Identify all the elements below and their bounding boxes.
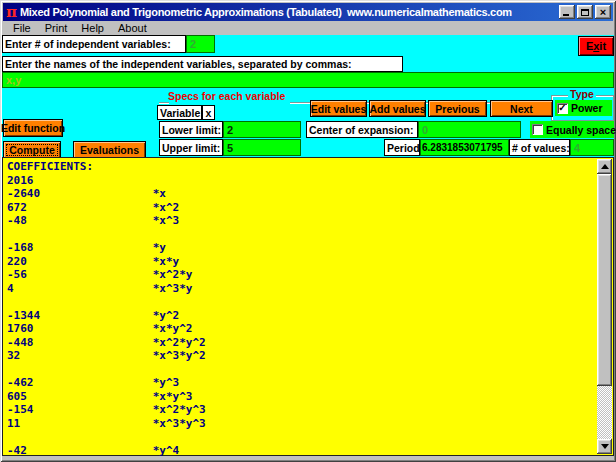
scrollbar-thumb[interactable] bbox=[597, 174, 612, 386]
specs-frame-caption: Specs for each variable bbox=[166, 90, 287, 102]
equally-spaced-label: Equally spaced bbox=[546, 124, 616, 136]
lower-limit-label: Lower limit: bbox=[159, 121, 223, 138]
variable-label: Variable: bbox=[157, 105, 202, 120]
add-values-button[interactable]: Add values bbox=[369, 100, 426, 117]
menu-bar: File Print Help About bbox=[2, 21, 614, 35]
center-of-expansion-input[interactable]: 0 bbox=[418, 121, 521, 138]
power-checkbox-label: Power bbox=[571, 102, 603, 114]
num-values-label: # of values: bbox=[509, 139, 570, 156]
upper-limit-input[interactable]: 5 bbox=[223, 139, 301, 156]
pi-app-icon: π bbox=[6, 5, 17, 20]
edit-function-button[interactable]: Edit function bbox=[3, 119, 63, 137]
center-of-expansion-label: Center of expansion: bbox=[306, 121, 418, 138]
next-button[interactable]: Next bbox=[490, 100, 553, 117]
exit-label-part: E bbox=[586, 40, 593, 52]
coefficients-output-area[interactable]: COEFFICIENTS: 2016 -2640 *x 672 *x^2 -48… bbox=[2, 157, 614, 456]
period-input[interactable]: 6.2831853071795 bbox=[420, 139, 509, 156]
lower-limit-input[interactable]: 2 bbox=[223, 121, 301, 138]
power-checkbox[interactable]: ✓ bbox=[557, 103, 568, 114]
minimize-button[interactable] bbox=[559, 5, 575, 19]
num-values-input[interactable]: 4 bbox=[570, 139, 614, 156]
title-bar[interactable]: π Mixed Polynomial and Trigonometric App… bbox=[3, 3, 613, 21]
num-vars-input[interactable]: 2 bbox=[186, 35, 215, 53]
menu-help[interactable]: Help bbox=[74, 22, 111, 34]
arrow-down-icon bbox=[601, 444, 609, 449]
var-names-label: Enter the names of the independent varia… bbox=[2, 56, 403, 72]
minimize-icon bbox=[563, 14, 569, 16]
specs-frame-line bbox=[159, 102, 169, 103]
vertical-scrollbar[interactable] bbox=[597, 159, 612, 454]
edit-values-button[interactable]: Edit values bbox=[310, 100, 367, 117]
exit-label-part: it bbox=[599, 40, 606, 52]
app-window: π Mixed Polynomial and Trigonometric App… bbox=[0, 0, 616, 462]
menu-print[interactable]: Print bbox=[38, 22, 75, 34]
close-icon: × bbox=[600, 7, 606, 17]
window-title: Mixed Polynomial and Trigonometric Appro… bbox=[20, 6, 557, 18]
upper-limit-label: Upper limit: bbox=[159, 139, 223, 156]
menu-file[interactable]: File bbox=[6, 22, 38, 34]
maximize-button[interactable] bbox=[577, 5, 593, 19]
close-button[interactable]: × bbox=[595, 5, 611, 19]
exit-button[interactable]: Exit bbox=[578, 36, 614, 56]
equally-spaced-checkbox-group[interactable]: Equally spaced bbox=[530, 121, 614, 138]
maximize-icon bbox=[581, 9, 589, 16]
var-names-input[interactable]: x,y bbox=[2, 72, 614, 88]
scrollbar-track[interactable] bbox=[597, 174, 612, 439]
arrow-up-icon bbox=[601, 164, 609, 169]
coefficients-text: COEFFICIENTS: 2016 -2640 *x 672 *x^2 -48… bbox=[7, 160, 206, 457]
power-checkbox-group[interactable]: ✓ Power bbox=[555, 100, 612, 116]
menu-about[interactable]: About bbox=[111, 22, 154, 34]
scroll-up-button[interactable] bbox=[597, 159, 612, 174]
variable-value-box[interactable]: x bbox=[202, 105, 215, 120]
num-vars-label: Enter # of independent variables: bbox=[2, 35, 186, 53]
period-label: Period: bbox=[384, 139, 420, 156]
scroll-down-button[interactable] bbox=[597, 439, 612, 454]
type-frame-caption: Type bbox=[568, 88, 596, 100]
previous-button[interactable]: Previous bbox=[428, 100, 487, 117]
window-bottom-edge bbox=[2, 456, 614, 460]
equally-spaced-checkbox[interactable] bbox=[532, 124, 543, 135]
